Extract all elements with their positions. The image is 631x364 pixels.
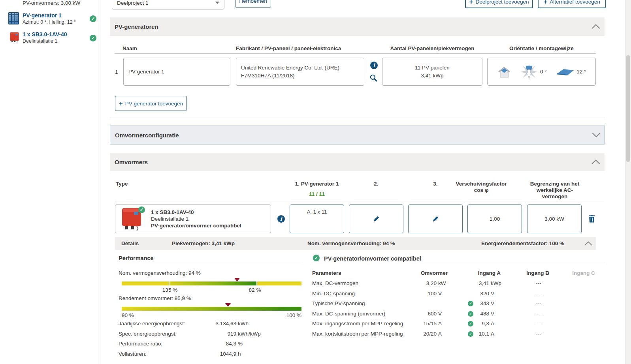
- subproject-select[interactable]: Deelproject 1: [112, 0, 224, 9]
- generator-name-value: PV-generator 1: [128, 69, 164, 75]
- chevron-down-icon: [215, 2, 219, 4]
- pv-generators-section-header[interactable]: PV-generatoren: [110, 17, 605, 36]
- ac-limit-box[interactable]: 3,00 kW: [527, 205, 582, 233]
- metric-unit: %: [238, 341, 243, 347]
- peak-power: 3,41 kWp: [421, 72, 443, 80]
- performance-title: Performance: [119, 255, 154, 261]
- inverter-image: ✓: [121, 207, 144, 232]
- pv-generators-section-body: Naam Fabrikant / PV-paneel / paneel-elek…: [110, 36, 605, 118]
- sidebar-item-inverter[interactable]: 1 x SB3.0-1AV-40 Deelinstallatie 1 ✓: [0, 30, 100, 47]
- column-header-generator1: 1. PV-generator 1: [277, 181, 356, 187]
- search-icon[interactable]: [369, 74, 378, 82]
- plus-icon: +: [119, 100, 123, 107]
- sidebar-item-pv-generator[interactable]: PV-generator 1 Azimut: 0 °; Helling: 12 …: [0, 11, 100, 28]
- metric-unit: h: [238, 351, 241, 357]
- metric-value: 3.134,63: [202, 321, 236, 326]
- gauge1-marker: [234, 278, 240, 281]
- sidebar-item-subtitle: Deelinstallatie 1: [23, 38, 57, 44]
- column-header-orientation: Oriëntatie / montagewijze: [487, 45, 596, 51]
- inverter-subtitle: Deelinstallatie 1: [151, 216, 241, 222]
- trash-icon[interactable]: [589, 215, 595, 223]
- gauge2-tick-left: 90 %: [122, 312, 134, 318]
- input-a-unit: A: [491, 331, 494, 337]
- inverter-type-box[interactable]: ✓ 1 x SB3.0-1AV-40 Deelinstallatie 1 PV-…: [115, 205, 271, 233]
- row-index: 1: [115, 69, 118, 75]
- column-header-ac-limit: Begrenzing van het werkelijke AC-vermoge…: [527, 181, 582, 200]
- parameter-row: Max. DC-vermogen 3,20 kW 3,41 kWp ---: [312, 280, 607, 287]
- column-header-count: Aantal PV-panelen/piekvermogen: [382, 45, 482, 51]
- details-bar[interactable]: Details Piekvermogen: 3,41 kWp Nom. verm…: [115, 237, 596, 250]
- gauge2: [122, 307, 301, 311]
- metric-unit: kWh/kWp: [238, 331, 261, 337]
- chevron-down-icon[interactable]: [592, 133, 601, 137]
- metric-label: Jaarlijkse energieopbrengst:: [119, 321, 185, 326]
- column-header-name: Naam: [122, 45, 137, 51]
- inverters-section-body: Type 1. PV-generator 1 11 / 11 2. 3. Ver…: [110, 171, 605, 364]
- sidebar: PV-omvormers: 3,00 kW PV-generator 1 Azi…: [0, 0, 100, 364]
- gauge2-marker: [225, 303, 231, 307]
- info-icon[interactable]: i: [277, 215, 285, 223]
- inverter-value: 3,20: [413, 280, 437, 286]
- input-a-unit: V: [491, 291, 494, 296]
- metric-label: Performance ratio:: [119, 341, 162, 347]
- input-a-value: 320: [472, 291, 489, 296]
- inverters-section-header[interactable]: Omvormers: [110, 153, 605, 171]
- rename-button[interactable]: Hernoemen: [235, 0, 271, 8]
- inverter-value: 600: [413, 311, 437, 317]
- input-a-assignment: A: 1 x 11: [307, 209, 327, 215]
- parameter-label: Typische PV-spanning: [312, 300, 365, 306]
- cosphi-value: 1,00: [490, 216, 500, 222]
- cosphi-header-line2: cos φ: [438, 187, 525, 193]
- performance-panel: Performance Nom. vermogensverhouding: 94…: [119, 253, 304, 363]
- inverter-title: 1 x SB3.0-1AV-40: [151, 209, 241, 216]
- sidebar-divider: [100, 0, 100, 364]
- panel-count-box[interactable]: 11 PV-panelen 3,41 kWp: [382, 58, 482, 86]
- input-b-value: ---: [531, 311, 546, 317]
- input-b-value: ---: [531, 300, 546, 306]
- metric-row: Spec. energieopbrengst: 919 kWh/kWp: [119, 331, 304, 338]
- check-icon: ✓: [90, 15, 96, 22]
- divider: [119, 265, 302, 265]
- details-nominal-ratio: Nom. vermogensverhouding: 94 %: [307, 237, 395, 250]
- panel-select-box[interactable]: United Renewable Energy Co. Ltd. (URE) F…: [236, 58, 364, 86]
- column-header-input-c: Ingang C: [540, 270, 595, 276]
- parameter-label: Max. kortsluitstroom per MPP-regeling: [312, 331, 403, 337]
- check-icon: ✓: [138, 206, 145, 213]
- inverter-config-section-header[interactable]: Omvormerconfiguratie: [110, 126, 605, 144]
- add-subproject-button[interactable]: + Deelproject toevoegen: [465, 0, 533, 8]
- metric-label: Vollasturen:: [119, 351, 147, 357]
- generator-name-input[interactable]: PV-generator 1: [123, 58, 230, 86]
- check-icon: ✓: [313, 255, 320, 261]
- inverter-unit: kW: [438, 280, 446, 286]
- cosphi-box[interactable]: 1,00: [467, 205, 522, 233]
- vertical-scrollbar[interactable]: [625, 0, 631, 364]
- house-icon: [497, 66, 511, 78]
- column-header-cosphi: Verschuivingsfactor cos φ: [438, 181, 525, 193]
- edit-generator2-button[interactable]: [349, 205, 403, 233]
- orientation-box[interactable]: 0 ° 12 °: [487, 58, 596, 86]
- parameter-label: Max. DC-spanning (omvormer): [312, 311, 385, 317]
- edit-generator3-button[interactable]: [408, 205, 463, 233]
- inverter-value: 100: [413, 291, 437, 296]
- panel-manufacturer: United Renewable Energy Co. Ltd. (URE): [241, 64, 359, 72]
- input-a-value: 9,3: [472, 321, 489, 326]
- add-alternative-button[interactable]: + Alternatief toevoegen: [538, 0, 606, 8]
- section-title: PV-generatoren: [115, 23, 158, 30]
- metric-row: Performance ratio: 84,3 %: [119, 341, 304, 348]
- chevron-up-icon[interactable]: [591, 159, 600, 164]
- azimuth-icon: [520, 63, 538, 81]
- input-a-assignment-box[interactable]: A: 1 x 11: [290, 205, 344, 233]
- input-b-value: ---: [531, 280, 546, 286]
- scrollbar-thumb[interactable]: [626, 55, 630, 162]
- chevron-up-icon[interactable]: [584, 241, 592, 246]
- input-b-value: ---: [531, 321, 546, 326]
- chevron-up-icon[interactable]: [591, 24, 600, 29]
- add-pv-generator-button[interactable]: + PV-generator toevoegen: [115, 96, 187, 111]
- inverter-value: 20/20: [413, 331, 437, 337]
- parameter-row: Max. kortsluitstroom per MPP-regeling 20…: [312, 331, 607, 338]
- add-alternative-label: Alternatief toevoegen: [550, 0, 600, 5]
- info-icon[interactable]: i: [370, 62, 378, 69]
- plus-icon: +: [469, 0, 473, 5]
- input-a-value: 343: [472, 300, 489, 306]
- input-b-value: ---: [531, 291, 546, 296]
